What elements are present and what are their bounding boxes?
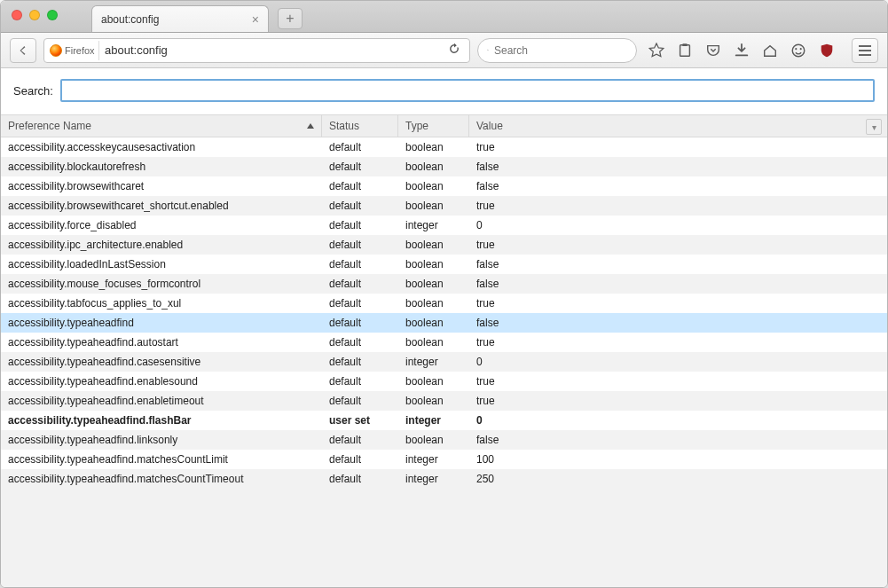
col-preference-name[interactable]: Preference Name — [1, 115, 322, 137]
home-button[interactable] — [761, 42, 779, 59]
cell-type: integer — [398, 414, 469, 427]
cell-value: false — [469, 278, 887, 290]
svg-rect-1 — [682, 43, 687, 46]
search-input[interactable] — [494, 44, 627, 57]
cell-type: boolean — [398, 297, 469, 310]
new-tab-button[interactable]: + — [278, 8, 303, 29]
browser-window: about:config × + Firefox — [0, 0, 888, 588]
download-icon — [734, 43, 750, 59]
table-row[interactable]: accessibility.typeaheadfind.matchesCount… — [1, 469, 887, 489]
cell-value: false — [469, 434, 887, 446]
library-button[interactable] — [676, 42, 694, 59]
close-tab-icon[interactable]: × — [252, 13, 259, 26]
cell-name: accessibility.typeaheadfind.casesensitiv… — [1, 356, 322, 368]
cell-status: default — [322, 161, 398, 173]
cell-status: default — [322, 434, 398, 446]
zoom-window-button[interactable] — [47, 10, 58, 20]
cell-type: boolean — [398, 336, 469, 349]
cell-name: accessibility.ipc_architecture.enabled — [1, 239, 322, 251]
downloads-button[interactable] — [733, 42, 750, 59]
cell-status: default — [322, 219, 398, 231]
cell-value: true — [469, 395, 887, 407]
cell-status: default — [322, 258, 398, 270]
cell-status: default — [322, 317, 398, 329]
cell-value: false — [469, 180, 887, 192]
search-bar[interactable] — [477, 38, 637, 63]
table-row[interactable]: accessibility.tabfocus_applies_to_xuldef… — [1, 294, 887, 313]
cell-value: true — [469, 336, 887, 349]
sort-asc-icon — [307, 123, 314, 129]
col-value[interactable]: Value — [469, 115, 887, 137]
cell-type: boolean — [398, 258, 469, 270]
cell-name: accessibility.tabfocus_applies_to_xul — [1, 297, 322, 310]
table-row[interactable]: accessibility.typeaheadfind.matchesCount… — [1, 450, 887, 469]
close-window-button[interactable] — [12, 10, 22, 20]
cell-name: accessibility.typeaheadfind.autostart — [1, 336, 322, 349]
table-row[interactable]: accessibility.loadedInLastSessiondefault… — [1, 255, 887, 274]
cell-type: boolean — [398, 317, 469, 329]
cell-value: 250 — [469, 473, 887, 485]
cell-name: accessibility.typeaheadfind.matchesCount… — [1, 473, 322, 485]
table-row[interactable]: accessibility.ipc_architecture.enabledde… — [1, 235, 887, 255]
col-value-label: Value — [476, 120, 503, 132]
svg-point-2 — [792, 44, 805, 57]
cell-status: default — [322, 297, 398, 310]
svg-rect-0 — [680, 44, 690, 56]
col-status[interactable]: Status — [322, 115, 398, 137]
table-row[interactable]: accessibility.typeaheadfind.enabletimeou… — [1, 391, 887, 411]
cell-status: default — [322, 200, 398, 212]
tab-about-config[interactable]: about:config × — [91, 5, 269, 32]
cell-type: integer — [398, 473, 469, 485]
cell-name: accessibility.typeaheadfind.linksonly — [1, 434, 322, 446]
table-row[interactable]: accessibility.typeaheadfind.linksonlydef… — [1, 430, 887, 450]
identity-box[interactable]: Firefox — [48, 41, 99, 60]
star-icon — [648, 43, 664, 59]
table-row[interactable]: accessibility.mouse_focuses_formcontrold… — [1, 274, 887, 294]
table-row[interactable]: accessibility.blockautorefreshdefaultboo… — [1, 157, 887, 176]
cell-name: accessibility.blockautorefresh — [1, 161, 322, 173]
ublock-button[interactable] — [818, 42, 836, 59]
config-search-input[interactable] — [60, 79, 875, 102]
addon-button[interactable] — [790, 42, 807, 59]
table-row[interactable]: accessibility.browsewithcaretdefaultbool… — [1, 176, 887, 196]
cell-value: 0 — [469, 219, 887, 231]
cell-status: default — [322, 453, 398, 466]
url-input[interactable] — [105, 43, 437, 57]
face-icon — [790, 43, 806, 59]
table-row[interactable]: accessibility.browsewithcaret_shortcut.e… — [1, 196, 887, 216]
table-row[interactable]: accessibility.typeaheadfind.enablesoundd… — [1, 372, 887, 391]
cell-value: false — [469, 161, 887, 173]
table-row[interactable]: accessibility.accesskeycausesactivationd… — [1, 137, 887, 157]
menu-button[interactable] — [852, 38, 878, 63]
menu-icon — [859, 50, 871, 51]
back-button[interactable] — [10, 38, 36, 63]
cell-name: accessibility.browsewithcaret — [1, 180, 322, 192]
col-type[interactable]: Type — [398, 115, 469, 137]
cell-type: boolean — [398, 278, 469, 290]
cell-value: false — [469, 258, 887, 270]
column-headers: Preference Name Status Type Value ▾ — [1, 114, 887, 137]
cell-type: boolean — [398, 200, 469, 212]
table-row[interactable]: accessibility.typeaheadfind.flashBaruser… — [1, 411, 887, 430]
pocket-icon — [705, 43, 721, 59]
cell-name: accessibility.accesskeycausesactivation — [1, 141, 322, 153]
cell-value: 0 — [469, 414, 887, 427]
cell-status: default — [322, 356, 398, 368]
column-picker-button[interactable]: ▾ — [866, 119, 882, 135]
nav-toolbar: Firefox — [1, 33, 887, 68]
cell-name: accessibility.browsewithcaret_shortcut.e… — [1, 200, 322, 212]
url-bar[interactable]: Firefox — [43, 38, 470, 63]
reload-button[interactable] — [443, 43, 466, 58]
table-row[interactable]: accessibility.typeaheadfind.casesensitiv… — [1, 352, 887, 372]
table-row[interactable]: accessibility.force_disableddefaultinteg… — [1, 216, 887, 235]
pocket-button[interactable] — [704, 42, 722, 59]
page-content: Search: Preference Name Status Type Valu… — [1, 68, 887, 587]
bookmark-button[interactable] — [648, 42, 665, 59]
minimize-window-button[interactable] — [29, 10, 40, 20]
preferences-table[interactable]: accessibility.accesskeycausesactivationd… — [1, 137, 887, 587]
cell-status: default — [322, 239, 398, 251]
table-row[interactable]: accessibility.typeaheadfind.autostartdef… — [1, 333, 887, 352]
config-search-row: Search: — [1, 68, 887, 114]
cell-name: accessibility.mouse_focuses_formcontrol — [1, 278, 322, 290]
table-row[interactable]: accessibility.typeaheadfinddefaultboolea… — [1, 313, 887, 333]
